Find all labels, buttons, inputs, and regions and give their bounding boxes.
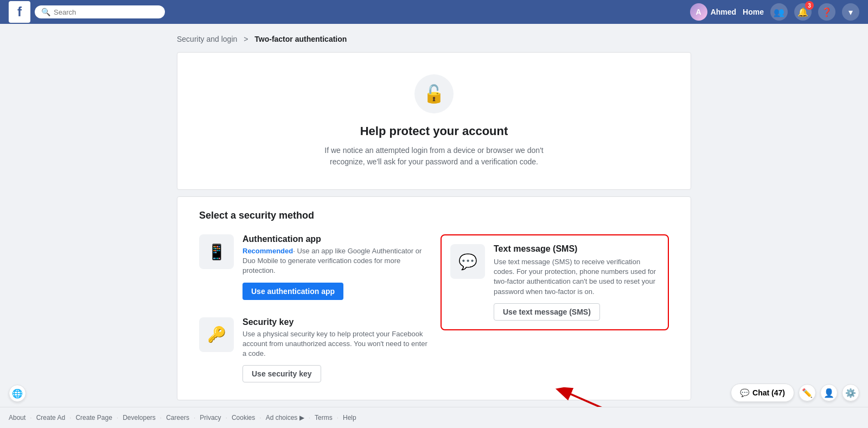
methods-card: Select a security method 📱 Authenticatio…	[177, 196, 691, 400]
chat-label: Chat (47)	[752, 388, 785, 397]
new-message-button[interactable]: ✏️	[799, 384, 816, 401]
recommended-label: Recommended	[242, 247, 293, 255]
search-input[interactable]	[54, 8, 158, 16]
question-icon: ❓	[821, 7, 832, 17]
hero-icon: 🔓	[414, 74, 454, 113]
nav-right: A Ahmed Home 👥 🔔 3 ❓ ▾	[690, 3, 859, 21]
chat-actions: ✏️ 👤 ⚙️	[799, 384, 859, 401]
chat-icon: 💬	[740, 388, 749, 397]
breadcrumb-separator: >	[244, 35, 248, 43]
chat-button[interactable]: 💬 Chat (47)	[731, 384, 794, 402]
user-name: Ahmed	[711, 8, 736, 16]
methods-title: Select a security method	[199, 210, 669, 221]
security-key-icon: 🔑	[199, 317, 234, 352]
sms-content: Text message (SMS) Use text message (SMS…	[494, 244, 659, 321]
hero-description: If we notice an attempted login from a d…	[320, 145, 548, 168]
security-key-content: Security key Use a physical security key…	[242, 317, 427, 383]
right-col: 💬 Text message (SMS) Use text message (S…	[441, 234, 669, 382]
use-security-key-button[interactable]: Use security key	[242, 365, 321, 382]
chat-fab: 💬 Chat (47) ✏️ 👤 ⚙️	[731, 384, 859, 402]
help-icon-btn[interactable]: ❓	[818, 3, 835, 21]
breadcrumb-parent[interactable]: Security and login	[177, 35, 237, 43]
search-box: 🔍	[35, 5, 165, 18]
breadcrumb-current: Two-factor authentication	[254, 35, 347, 43]
language-globe-button[interactable]: 🌐	[9, 385, 26, 402]
friends-icon-btn[interactable]: 👥	[770, 3, 788, 21]
home-link[interactable]: Home	[743, 8, 764, 16]
security-key-desc: Use a physical security key to help prot…	[242, 329, 427, 359]
hero-title: Help protect your account	[188, 124, 680, 138]
auth-app-desc: Recommended· Use an app like Google Auth…	[242, 246, 427, 276]
notifications-icon-btn[interactable]: 🔔 3	[794, 3, 812, 21]
friends-icon: 👥	[774, 7, 784, 17]
sms-icon: 💬	[450, 244, 485, 279]
left-col: 📱 Authentication app Recommended· Use an…	[199, 234, 427, 382]
navbar: f 🔍 A Ahmed Home 👥 🔔 3 ❓ ▾	[0, 0, 868, 24]
account-dropdown-btn[interactable]: ▾	[842, 3, 859, 21]
notification-badge: 3	[805, 1, 814, 10]
search-icon: 🔍	[41, 8, 50, 16]
auth-app-icon: 📱	[199, 234, 234, 269]
use-sms-button[interactable]: Use text message (SMS)	[494, 303, 600, 321]
add-friend-button[interactable]: 👤	[820, 384, 838, 401]
user-menu[interactable]: A Ahmed	[690, 3, 736, 21]
hero-card: 🔓 Help protect your account If we notice…	[177, 52, 691, 190]
use-auth-app-button[interactable]: Use authentication app	[242, 283, 343, 300]
avatar: A	[690, 3, 707, 21]
facebook-logo: f	[9, 1, 30, 23]
sms-card: 💬 Text message (SMS) Use text message (S…	[441, 234, 669, 330]
breadcrumb: Security and login > Two-factor authenti…	[177, 35, 691, 43]
arrow-indicator	[535, 373, 651, 411]
sms-desc: Use text message (SMS) to receive verifi…	[494, 257, 659, 297]
security-key-item: 🔑 Security key Use a physical security k…	[199, 317, 427, 383]
sms-inner: 💬 Text message (SMS) Use text message (S…	[450, 244, 659, 321]
security-key-title: Security key	[242, 317, 427, 327]
methods-row: 📱 Authentication app Recommended· Use an…	[199, 234, 669, 382]
sms-title: Text message (SMS)	[494, 244, 659, 254]
auth-app-title: Authentication app	[242, 234, 427, 244]
chat-settings-button[interactable]: ⚙️	[842, 384, 859, 401]
chevron-down-icon: ▾	[848, 7, 853, 17]
auth-app-item: 📱 Authentication app Recommended· Use an…	[199, 234, 427, 300]
footer: About · Create Ad · Create Page · Develo…	[0, 407, 868, 411]
page-wrapper: Security and login > Two-factor authenti…	[168, 24, 700, 411]
auth-app-content: Authentication app Recommended· Use an a…	[242, 234, 427, 300]
